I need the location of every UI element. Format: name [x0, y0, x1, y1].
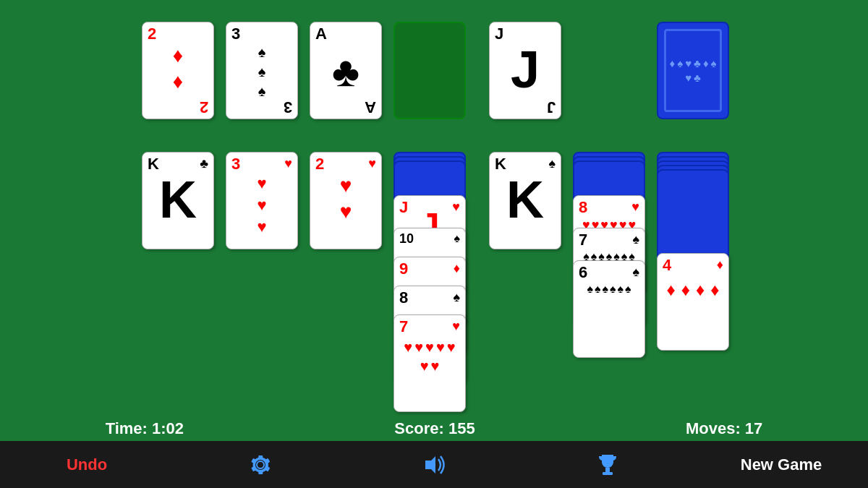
new-game-label: New Game	[741, 455, 822, 474]
foundation-blue-back[interactable]: ♦ ♠ ♥ ♣ ♦ ♠ ♥ ♣	[657, 22, 729, 119]
card-7-hearts[interactable]: 7 ♥ ♥ ♥ ♥ ♥ ♥ ♥ ♥	[393, 314, 466, 412]
draw-pile-empty[interactable]	[393, 22, 466, 119]
card-3-hearts[interactable]: 3 ♥ ♥ ♥ ♥	[226, 152, 298, 249]
settings-button[interactable]	[174, 441, 347, 488]
sound-button[interactable]	[347, 441, 521, 488]
card-2-diamonds[interactable]: 2 2 ♦ ♦	[142, 22, 214, 119]
moves-display: Moves: 17	[686, 419, 762, 438]
status-bar: Time: 1:02 Score: 155 Moves: 17	[0, 418, 868, 440]
svg-rect-1	[605, 468, 610, 472]
undo-button[interactable]: Undo	[0, 441, 174, 488]
card-3-spades[interactable]: 3 3 ♠ ♠ ♠	[226, 22, 298, 119]
game-area: 2 2 ♦ ♦ 3 3 ♠ ♠ ♠ A A ♣ J J J ♦ ♠ ♥ ♣	[0, 0, 868, 441]
svg-marker-0	[425, 456, 435, 474]
svg-rect-2	[603, 472, 613, 475]
score-display: Score: 155	[394, 419, 475, 438]
time-display: Time: 1:02	[106, 419, 184, 438]
sound-icon	[421, 453, 447, 476]
card-ace-clubs[interactable]: A A ♣	[310, 22, 382, 119]
gear-icon	[249, 453, 272, 476]
card-4-diamonds[interactable]: 4 ♦ ♦ ♦ ♦ ♦	[657, 253, 729, 351]
trophy-icon	[596, 453, 619, 476]
trophy-button[interactable]	[521, 441, 694, 488]
card-king-spades[interactable]: K ♠ K	[489, 152, 561, 249]
toolbar: Undo New Game	[0, 441, 868, 488]
undo-label: Undo	[67, 455, 107, 474]
card-king-clubs[interactable]: K ♣ K	[142, 152, 214, 249]
card-2-hearts[interactable]: 2 ♥ ♥ ♥	[310, 152, 382, 249]
card-jack-spades[interactable]: J J J	[489, 22, 561, 119]
card-6-spades[interactable]: 6 ♠ ♠ ♠ ♠ ♠ ♠ ♠	[573, 260, 645, 358]
new-game-button[interactable]: New Game	[694, 441, 868, 488]
